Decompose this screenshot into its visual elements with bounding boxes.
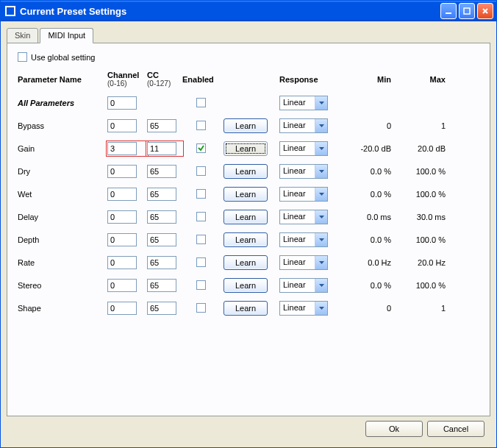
use-global-row: Use global setting: [18, 52, 479, 62]
enabled-checkbox[interactable]: [196, 235, 206, 244]
cc-input[interactable]: [147, 142, 176, 155]
ok-button[interactable]: Ok: [365, 421, 423, 437]
tab-midi-input[interactable]: MIDI Input: [40, 28, 93, 43]
max-value: 20.0 dB: [396, 144, 450, 153]
channel-input[interactable]: [107, 142, 137, 155]
all-parameters-label: All Parameters: [18, 99, 107, 107]
max-value: 20.0 Hz: [396, 258, 450, 267]
enabled-checkbox[interactable]: [196, 143, 206, 153]
channel-input[interactable]: [107, 188, 137, 201]
min-value: -20.0 dB: [341, 144, 396, 153]
tab-panel-midi: Use global setting Parameter Name Channe…: [7, 43, 490, 416]
max-value: 30.0 ms: [396, 213, 450, 221]
hdr-min: Min: [341, 75, 396, 84]
response-select[interactable]: Linear: [279, 301, 328, 316]
learn-button[interactable]: Learn: [224, 255, 268, 270]
param-name: Dry: [18, 167, 107, 176]
min-value: 0.0 %: [341, 235, 396, 244]
learn-button[interactable]: Learn: [224, 187, 268, 202]
max-value: 1: [396, 304, 450, 313]
cc-input[interactable]: [147, 256, 176, 269]
tab-skin[interactable]: Skin: [7, 28, 38, 43]
cc-input[interactable]: [147, 279, 176, 292]
close-icon: [482, 7, 489, 15]
response-select[interactable]: Linear: [279, 141, 328, 156]
cc-input[interactable]: [147, 119, 176, 132]
response-select[interactable]: Linear: [279, 118, 328, 133]
param-name: Depth: [18, 235, 107, 244]
min-value: 0.0 %: [341, 167, 396, 176]
hdr-max: Max: [396, 75, 450, 84]
hdr-response: Response: [279, 75, 341, 84]
window: Current Preset Settings Skin MIDI Input …: [0, 0, 497, 448]
channel-input[interactable]: [107, 119, 137, 132]
min-value: 0.0 %: [341, 190, 396, 199]
learn-button[interactable]: Learn: [224, 141, 268, 156]
channel-input[interactable]: [107, 165, 137, 178]
chevron-down-icon: [315, 210, 327, 224]
channel-input[interactable]: [107, 233, 137, 246]
param-name: Delay: [18, 213, 107, 221]
tabstrip: Skin MIDI Input: [7, 27, 490, 43]
cc-input[interactable]: [147, 210, 176, 224]
cc-input[interactable]: [147, 165, 176, 178]
minimize-icon: [445, 7, 452, 15]
cc-input[interactable]: [147, 188, 176, 201]
response-select[interactable]: Linear: [279, 187, 328, 202]
chevron-down-icon: [315, 119, 327, 132]
maximize-icon: [463, 7, 471, 15]
channel-input[interactable]: [107, 279, 137, 292]
learn-button[interactable]: Learn: [224, 164, 268, 179]
response-select[interactable]: Linear: [279, 164, 328, 179]
param-name: Gain: [18, 144, 107, 153]
param-name: Bypass: [18, 121, 107, 130]
enabled-checkbox[interactable]: [196, 189, 206, 199]
button-bar: Ok Cancel: [7, 416, 490, 444]
chevron-down-icon: [315, 279, 327, 292]
response-select[interactable]: Linear: [279, 210, 328, 224]
enabled-checkbox[interactable]: [196, 280, 206, 290]
response-select[interactable]: Linear: [279, 255, 328, 270]
all-response-select[interactable]: Linear: [279, 96, 328, 110]
close-button[interactable]: [477, 3, 493, 19]
all-enabled-checkbox[interactable]: [196, 98, 206, 107]
learn-button[interactable]: Learn: [224, 278, 268, 293]
enabled-checkbox[interactable]: [196, 212, 206, 221]
learn-button[interactable]: Learn: [224, 118, 268, 133]
min-value: 0.0 Hz: [341, 258, 396, 267]
response-select[interactable]: Linear: [279, 278, 328, 293]
response-select[interactable]: Linear: [279, 232, 328, 247]
cc-input[interactable]: [147, 233, 176, 246]
param-name: Stereo: [18, 281, 107, 290]
hdr-enabled: Enabled: [182, 75, 224, 84]
max-value: 100.0 %: [396, 190, 450, 199]
enabled-checkbox[interactable]: [196, 166, 206, 176]
minimize-button[interactable]: [440, 3, 457, 19]
max-value: 100.0 %: [396, 281, 450, 290]
cancel-button[interactable]: Cancel: [427, 421, 485, 437]
all-channel-input[interactable]: [107, 96, 137, 110]
window-buttons: [440, 3, 493, 19]
chevron-down-icon: [315, 165, 327, 178]
max-value: 1: [396, 121, 450, 130]
channel-input[interactable]: [107, 302, 137, 315]
maximize-button[interactable]: [459, 3, 475, 19]
learn-button[interactable]: Learn: [224, 301, 268, 316]
channel-input[interactable]: [107, 256, 137, 269]
enabled-checkbox[interactable]: [196, 121, 206, 130]
learn-button[interactable]: Learn: [224, 210, 268, 224]
svg-rect-0: [446, 13, 451, 14]
enabled-checkbox[interactable]: [196, 303, 206, 313]
client-area: Skin MIDI Input Use global setting Param…: [1, 21, 496, 447]
check-icon: [197, 144, 205, 152]
chevron-down-icon: [315, 96, 327, 110]
svg-rect-1: [464, 8, 470, 14]
channel-input[interactable]: [107, 210, 137, 224]
learn-button[interactable]: Learn: [224, 232, 268, 247]
min-value: 0.0 ms: [341, 213, 396, 221]
cc-input[interactable]: [147, 302, 176, 315]
use-global-checkbox[interactable]: [18, 52, 27, 62]
min-value: 0: [341, 121, 396, 130]
app-icon: [5, 6, 15, 16]
enabled-checkbox[interactable]: [196, 257, 206, 267]
